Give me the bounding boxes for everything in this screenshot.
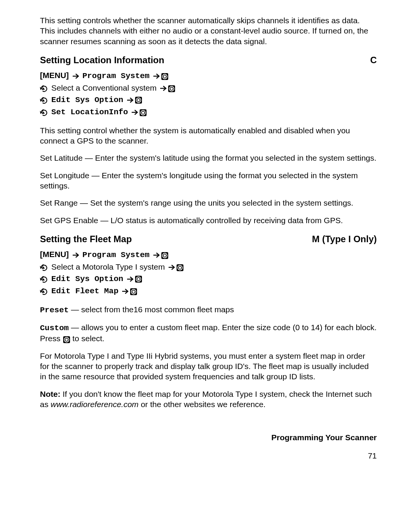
arrow-right-icon bbox=[152, 72, 161, 80]
rotate-icon bbox=[40, 275, 49, 283]
section1-para5: Set GPS Enable — L/O status is automatic… bbox=[40, 215, 377, 225]
footer-section-title: Programming Your Scanner bbox=[40, 432, 377, 443]
preset-text: — select from the16 most common fleet ma… bbox=[69, 305, 234, 314]
rotate-icon bbox=[40, 96, 49, 104]
enter-icon bbox=[161, 72, 169, 80]
arrow-right-icon bbox=[126, 96, 135, 104]
enter-icon bbox=[135, 275, 142, 283]
section1-para4: Set Range — Set the system's range using… bbox=[40, 198, 377, 208]
rotate-icon bbox=[40, 84, 49, 92]
nav-program-system: Program System bbox=[83, 72, 150, 80]
note-text-b: or the other websites we reference. bbox=[139, 400, 266, 409]
enter-icon bbox=[130, 287, 137, 296]
arrow-right-icon bbox=[152, 251, 161, 259]
enter-icon bbox=[139, 108, 147, 117]
page-number: 71 bbox=[40, 451, 377, 461]
rotate-icon bbox=[40, 108, 49, 116]
note-line: Note: If you don't know the fleet map fo… bbox=[40, 389, 377, 410]
nav-edit-sys-option: Edit Sys Option bbox=[51, 275, 123, 283]
menu-key: [MENU] bbox=[40, 250, 69, 259]
note-url: www.radioreference.com bbox=[51, 400, 139, 409]
custom-line: Custom — allows you to enter a custom fl… bbox=[40, 322, 377, 344]
arrow-right-icon bbox=[167, 263, 176, 271]
section2-para3: For Motorola Type I and Type IIi Hybrid … bbox=[40, 351, 377, 382]
nav-select-motorola: Select a Motorola Type I system bbox=[51, 262, 165, 271]
nav-program-system: Program System bbox=[83, 251, 150, 259]
arrow-right-icon bbox=[130, 108, 139, 116]
enter-icon bbox=[161, 251, 169, 259]
section1-para3: Set Longitude — Enter the system's longi… bbox=[40, 170, 377, 191]
intro-paragraph: This setting controls whether the scanne… bbox=[40, 15, 377, 46]
section1-heading-row: Setting Location Information C bbox=[40, 54, 377, 66]
arrow-right-icon bbox=[126, 275, 135, 283]
enter-icon bbox=[63, 335, 70, 343]
nav-edit-fleet-map: Edit Fleet Map bbox=[51, 287, 118, 296]
section2-tag: M (Type I Only) bbox=[312, 233, 377, 245]
nav-set-locationinfo: Set LocationInfo bbox=[51, 108, 128, 117]
section2-title: Setting the Fleet Map bbox=[40, 233, 132, 245]
section1-para1: This setting control whether the system … bbox=[40, 125, 377, 146]
menu-key: [MENU] bbox=[40, 71, 69, 80]
arrow-right-icon bbox=[159, 84, 168, 92]
custom-text-b: to select. bbox=[70, 334, 105, 343]
nav-select-conventional: Select a Conventional system bbox=[51, 83, 157, 92]
enter-icon bbox=[168, 84, 175, 93]
arrow-right-icon bbox=[71, 72, 80, 80]
arrow-right-icon bbox=[121, 287, 130, 295]
preset-line: Preset — select from the16 most common f… bbox=[40, 304, 377, 315]
preset-label: Preset bbox=[40, 306, 69, 315]
note-label: Note: bbox=[40, 390, 61, 398]
section1-tag: C bbox=[370, 54, 377, 66]
section2-nav: [MENU] Program System Select a Motorola … bbox=[40, 249, 377, 297]
rotate-icon bbox=[40, 263, 49, 271]
section1-para2: Set Latitude — Enter the system's latitu… bbox=[40, 153, 377, 163]
enter-icon bbox=[176, 263, 184, 272]
section1-nav: [MENU] Program System Select a Conventio… bbox=[40, 70, 377, 118]
arrow-right-icon bbox=[71, 251, 80, 259]
enter-icon bbox=[135, 96, 142, 104]
rotate-icon bbox=[40, 287, 49, 295]
section2-heading-row: Setting the Fleet Map M (Type I Only) bbox=[40, 233, 377, 245]
section1-title: Setting Location Information bbox=[40, 54, 164, 66]
nav-edit-sys-option: Edit Sys Option bbox=[51, 96, 123, 104]
custom-label: Custom bbox=[40, 324, 69, 332]
